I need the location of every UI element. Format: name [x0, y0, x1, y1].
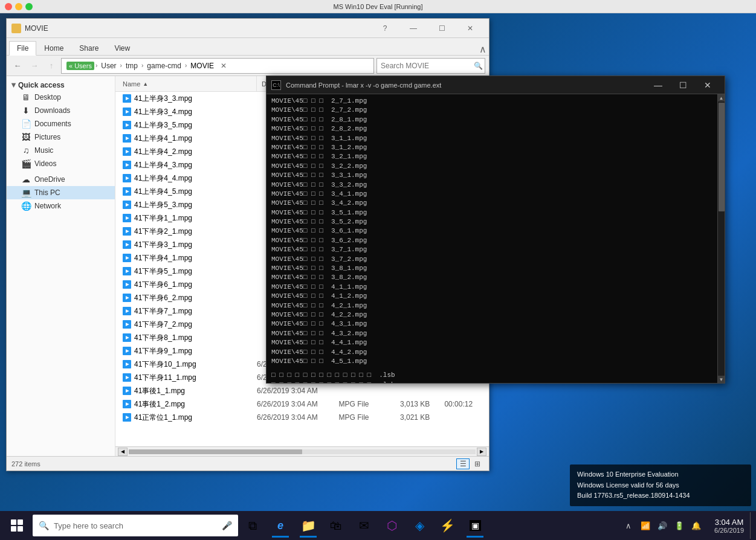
vm-title-text: MS Win10 Dev Eval [Running] [334, 3, 423, 10]
up-button[interactable]: ↑ [44, 59, 59, 73]
cmd-line: MOVIE\45□ □ □ 3_8_2.mpg [271, 273, 712, 282]
onedrive-icon: ☁ [21, 175, 31, 184]
forward-button[interactable]: → [27, 59, 42, 73]
cmd-icon: C:\ [271, 80, 281, 90]
breadcrumb-user[interactable]: User [99, 61, 118, 71]
sidebar-item-videos[interactable]: 🎬 Videos 📌 [7, 157, 115, 170]
taskbar-store[interactable]: 🛍 [323, 512, 349, 539]
h-scrollbar[interactable]: ◀ ▶ [115, 446, 489, 456]
notif-line1: Windows 10 Enterprise Evaluation [577, 469, 744, 480]
breadcrumb-users[interactable]: « Users [66, 62, 94, 70]
cmd-line: MOVIE\45□ □ □ 4_4_2.mpg [271, 348, 712, 357]
tray-expand-btn[interactable]: ∧ [621, 518, 636, 533]
cmd-scroll-up-btn[interactable]: ▲ [718, 94, 725, 101]
store-icon: 🛍 [330, 519, 342, 533]
h-scroll-right-btn[interactable]: ▶ [477, 448, 486, 456]
tray-volume-icon[interactable]: 🔊 [655, 518, 670, 533]
sidebar-item-network[interactable]: 🌐 Network [7, 199, 115, 213]
icons-view-btn[interactable]: ⊞ [471, 458, 484, 469]
vscode-icon: ◈ [415, 518, 424, 533]
tab-home[interactable]: Home [36, 41, 71, 55]
search-input[interactable] [381, 62, 471, 70]
cmd-line: □ □ □ □ □ □ □ □ □ □ □ □ □ .lsb [271, 381, 712, 383]
sidebar-item-thispc[interactable]: 💻 This PC [7, 186, 115, 199]
tab-file[interactable]: File [9, 41, 36, 56]
table-row[interactable]: ▶41事後1_2.mpg 6/26/2019 3:04 AM MPG File … [115, 397, 489, 411]
clock-time: 3:04 AM [715, 518, 744, 527]
taskbar-file-explorer[interactable]: 📁 [295, 512, 321, 539]
start-square-3 [11, 526, 16, 532]
breadcrumb-tmp[interactable]: tmp [123, 61, 140, 71]
explorer-minimize-button[interactable]: — [399, 20, 427, 37]
tray-battery-icon[interactable]: 🔋 [672, 518, 687, 533]
cmd-line: MOVIE\45□ □ □ 4_4_1.mpg [271, 338, 712, 347]
close-traffic-light[interactable] [5, 3, 12, 10]
sidebar-music-label: Music [34, 146, 53, 155]
cmd-line: MOVIE\45□ □ □ 4_2_2.mpg [271, 310, 712, 320]
breadcrumb-movie[interactable]: MOVIE [188, 61, 216, 71]
taskbar-powershell[interactable]: ⚡ [434, 512, 460, 539]
breadcrumb-sep-2: › [120, 62, 122, 69]
cmd-close-btn[interactable]: ✕ [696, 77, 720, 93]
sidebar-item-pictures[interactable]: 🖼 Pictures 📌 [7, 130, 115, 144]
cmd-scroll-thumb[interactable] [719, 103, 725, 211]
explorer-help-button[interactable]: ? [371, 20, 399, 37]
search-box[interactable]: 🔍 [376, 58, 485, 74]
col-header-name[interactable]: Name ▲ [118, 76, 257, 91]
h-scroll-track[interactable] [129, 449, 476, 454]
taskbar-mail[interactable]: ✉ [351, 512, 377, 539]
show-desktop-btn[interactable] [750, 512, 754, 539]
sidebar-item-music[interactable]: ♫ Music 📌 [7, 144, 115, 157]
videos-icon: 🎬 [21, 159, 31, 169]
start-button[interactable] [2, 511, 31, 540]
cmd-line: MOVIE\45□ □ □ 3_5_2.mpg [271, 217, 712, 227]
taskbar-search-bar[interactable]: 🔍 Type here to search 🎤 [33, 515, 238, 536]
cmd-scroll-down-btn[interactable]: ▼ [718, 376, 725, 383]
ribbon-expand-btn[interactable]: ∧ [479, 43, 489, 55]
breadcrumb-gamecmd[interactable]: game-cmd [144, 61, 184, 71]
explorer-title: MOVIE [25, 24, 367, 33]
cmd-controls: — ☐ ✕ [646, 77, 720, 93]
clock-area[interactable]: 3:04 AM 6/26/2019 [709, 511, 749, 540]
address-clear-btn[interactable]: ✕ [218, 60, 230, 72]
address-box[interactable]: « Users › User › tmp › game-cmd › MOVIE … [61, 58, 374, 74]
sidebar-item-downloads[interactable]: ⬇ Downloads 📌 [7, 104, 115, 117]
h-scroll-thumb[interactable] [129, 449, 302, 454]
taskbar-task-view[interactable]: ⧉ [239, 512, 266, 539]
sidebar-item-documents[interactable]: 📄 Documents 📌 [7, 117, 115, 130]
win-notification: Windows 10 Enterprise Evaluation Windows… [570, 464, 751, 506]
maximize-traffic-light[interactable] [25, 3, 33, 10]
sidebar-downloads-label: Downloads [34, 106, 70, 115]
taskbar-terminal[interactable]: ▣ [462, 512, 488, 539]
explorer-close-button[interactable]: ✕ [456, 20, 484, 37]
cmd-maximize-btn[interactable]: ☐ [671, 77, 695, 93]
back-button[interactable]: ← [10, 59, 25, 73]
tray-network-icon[interactable]: 📶 [638, 518, 653, 533]
table-row[interactable]: ▶41正常位1_1.mpg 6/26/2019 3:04 AM MPG File… [115, 411, 489, 424]
cmd-scroll-track[interactable] [719, 103, 725, 374]
taskbar-visual-studio[interactable]: ⬡ [378, 512, 405, 539]
sidebar-network-label: Network [34, 202, 61, 210]
quick-access-header[interactable]: ▶ Quick access [7, 79, 115, 91]
tab-view[interactable]: View [106, 41, 138, 55]
tray-notification-icon[interactable]: 🔔 [689, 518, 703, 533]
cmd-scrollbar[interactable]: ▲ ▼ [717, 94, 725, 383]
traffic-lights [5, 3, 33, 10]
search-icon[interactable]: 🔍 [474, 62, 483, 70]
view-toggle: ☰ ⊞ [456, 458, 484, 469]
cmd-title-text: Command Prompt - lmar x -v -o game-cmd g… [286, 82, 641, 89]
minimize-traffic-light[interactable] [15, 3, 22, 10]
taskbar-mic-icon[interactable]: 🎤 [222, 521, 232, 530]
explorer-maximize-button[interactable]: ☐ [428, 20, 456, 37]
cmd-line: MOVIE\45□ □ □ 4_1_2.mpg [271, 292, 712, 301]
sidebar-item-desktop[interactable]: 🖥 Desktop 📌 [7, 91, 115, 104]
table-row[interactable]: ▶41事後1_1.mpg 6/26/2019 3:04 AM [115, 384, 489, 397]
cmd-content[interactable]: MOVIE\45□ □ □ 2_7_1.mpg MOVIE\45□ □ □ 2_… [267, 94, 717, 383]
taskbar-vscode[interactable]: ◈ [406, 512, 433, 539]
taskbar-edge[interactable]: e [267, 512, 294, 539]
cmd-minimize-btn[interactable]: — [646, 77, 670, 93]
h-scroll-left-btn[interactable]: ◀ [118, 448, 128, 456]
details-view-btn[interactable]: ☰ [456, 458, 470, 469]
tab-share[interactable]: Share [71, 41, 106, 55]
sidebar-item-onedrive[interactable]: ☁ OneDrive [7, 173, 115, 186]
